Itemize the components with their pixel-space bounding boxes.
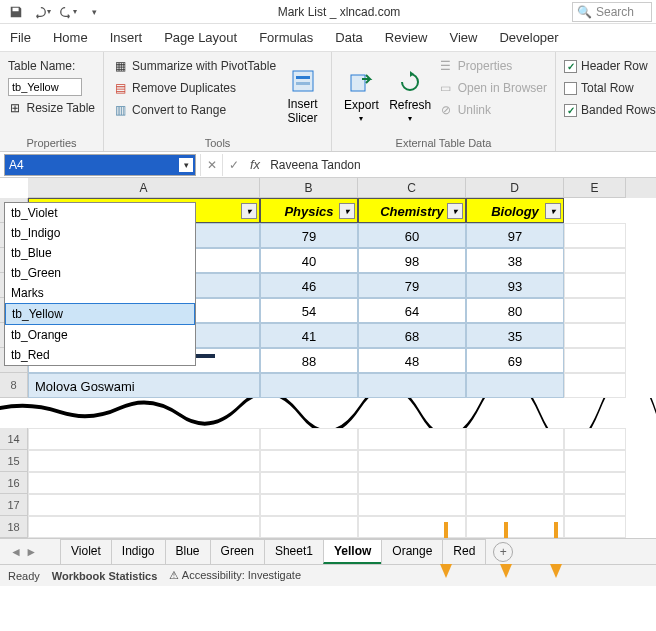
accessibility-button[interactable]: ⚠ Accessibility: Investigate <box>169 569 301 582</box>
filter-icon[interactable]: ▾ <box>241 203 257 219</box>
cell[interactable] <box>260 494 358 516</box>
col-header-b[interactable]: B <box>260 178 358 198</box>
total-row-checkbox[interactable]: Total Row <box>564 78 656 98</box>
cell[interactable] <box>564 472 626 494</box>
row-header[interactable]: 18 <box>0 516 28 538</box>
cell[interactable]: 79 <box>260 223 358 248</box>
sheet-tab[interactable]: Indigo <box>111 539 166 564</box>
name-option[interactable]: tb_Blue <box>5 243 195 263</box>
redo-icon[interactable]: ▾ <box>56 2 80 22</box>
cell[interactable]: 97 <box>466 223 564 248</box>
tab-insert[interactable]: Insert <box>108 26 145 49</box>
name-option[interactable]: tb_Green <box>5 263 195 283</box>
cell[interactable] <box>564 298 626 323</box>
sheet-tab[interactable]: Red <box>442 539 486 564</box>
undo-icon[interactable]: ▾ <box>30 2 54 22</box>
tab-review[interactable]: Review <box>383 26 430 49</box>
cell[interactable] <box>564 248 626 273</box>
cell[interactable] <box>564 348 626 373</box>
cell[interactable]: 40 <box>260 248 358 273</box>
cell[interactable] <box>358 494 466 516</box>
sheet-tab[interactable]: Orange <box>381 539 443 564</box>
table-header-cell[interactable]: Biology▾ <box>466 198 564 223</box>
name-box-dropdown-icon[interactable]: ▾ <box>179 158 193 172</box>
cell[interactable] <box>564 428 626 450</box>
cell[interactable] <box>28 428 260 450</box>
cell[interactable]: 38 <box>466 248 564 273</box>
filter-icon[interactable]: ▾ <box>339 203 355 219</box>
cell[interactable]: 69 <box>466 348 564 373</box>
cell[interactable]: 41 <box>260 323 358 348</box>
tab-developer[interactable]: Developer <box>497 26 560 49</box>
cell[interactable] <box>260 450 358 472</box>
name-option[interactable]: Marks <box>5 283 195 303</box>
name-option[interactable]: tb_Indigo <box>5 223 195 243</box>
col-header-c[interactable]: C <box>358 178 466 198</box>
col-header-e[interactable]: E <box>564 178 626 198</box>
cell[interactable] <box>466 428 564 450</box>
cell[interactable] <box>564 323 626 348</box>
sheet-tab[interactable]: Blue <box>165 539 211 564</box>
header-row-checkbox[interactable]: Header Row <box>564 56 656 76</box>
cell[interactable] <box>358 428 466 450</box>
cell[interactable]: 88 <box>260 348 358 373</box>
summarize-pivot-button[interactable]: ▦Summarize with PivotTable <box>112 56 276 76</box>
fx-icon[interactable]: fx <box>244 157 266 172</box>
tab-data[interactable]: Data <box>333 26 364 49</box>
cell[interactable] <box>564 198 626 223</box>
row-header[interactable]: 17 <box>0 494 28 516</box>
export-button[interactable]: Export▾ <box>340 56 383 135</box>
resize-table-button[interactable]: ⊞Resize Table <box>8 98 95 118</box>
row-header[interactable]: 14 <box>0 428 28 450</box>
cell[interactable]: 46 <box>260 273 358 298</box>
cell[interactable] <box>564 223 626 248</box>
cell[interactable] <box>260 516 358 538</box>
save-icon[interactable] <box>4 2 28 22</box>
sheet-tab[interactable]: Yellow <box>323 539 382 564</box>
table-name-input[interactable] <box>8 78 82 96</box>
cell[interactable]: 98 <box>358 248 466 273</box>
cell[interactable] <box>28 494 260 516</box>
sheet-tab[interactable]: Sheet1 <box>264 539 324 564</box>
refresh-button[interactable]: Refresh▾ <box>389 56 432 135</box>
cell[interactable] <box>564 494 626 516</box>
tab-home[interactable]: Home <box>51 26 90 49</box>
cell[interactable] <box>466 494 564 516</box>
cell[interactable]: 79 <box>358 273 466 298</box>
cancel-formula-icon[interactable]: ✕ <box>200 154 222 176</box>
convert-range-button[interactable]: ▥Convert to Range <box>112 100 276 120</box>
name-option[interactable]: tb_Violet <box>5 203 195 223</box>
cell[interactable] <box>358 516 466 538</box>
insert-slicer-button[interactable]: Insert Slicer <box>282 56 323 135</box>
cell[interactable] <box>466 472 564 494</box>
cell[interactable]: 54 <box>260 298 358 323</box>
accept-formula-icon[interactable]: ✓ <box>222 154 244 176</box>
search-box[interactable]: 🔍 Search <box>572 2 652 22</box>
cell[interactable]: 80 <box>466 298 564 323</box>
tab-file[interactable]: File <box>8 26 33 49</box>
cell[interactable] <box>358 450 466 472</box>
cell[interactable] <box>358 373 466 398</box>
cell[interactable]: 68 <box>358 323 466 348</box>
sheet-nav[interactable]: ◄ ► <box>10 545 37 559</box>
name-option[interactable]: tb_Orange <box>5 325 195 345</box>
cell[interactable] <box>564 273 626 298</box>
workbook-stats-button[interactable]: Workbook Statistics <box>52 570 158 582</box>
cell[interactable]: 48 <box>358 348 466 373</box>
tab-formulas[interactable]: Formulas <box>257 26 315 49</box>
row-header[interactable]: 16 <box>0 472 28 494</box>
cell[interactable] <box>260 472 358 494</box>
cell[interactable]: 35 <box>466 323 564 348</box>
cell[interactable]: Molova Goswami <box>28 373 260 398</box>
cell[interactable]: 64 <box>358 298 466 323</box>
tab-pagelayout[interactable]: Page Layout <box>162 26 239 49</box>
remove-duplicates-button[interactable]: ▤Remove Duplicates <box>112 78 276 98</box>
row-header[interactable]: 15 <box>0 450 28 472</box>
banded-rows-checkbox[interactable]: Banded Rows <box>564 100 656 120</box>
cell[interactable] <box>564 373 626 398</box>
filter-icon[interactable]: ▾ <box>447 203 463 219</box>
tab-view[interactable]: View <box>447 26 479 49</box>
formula-value[interactable]: Raveena Tandon <box>266 158 650 172</box>
add-sheet-button[interactable]: + <box>493 542 513 562</box>
cell[interactable] <box>28 450 260 472</box>
